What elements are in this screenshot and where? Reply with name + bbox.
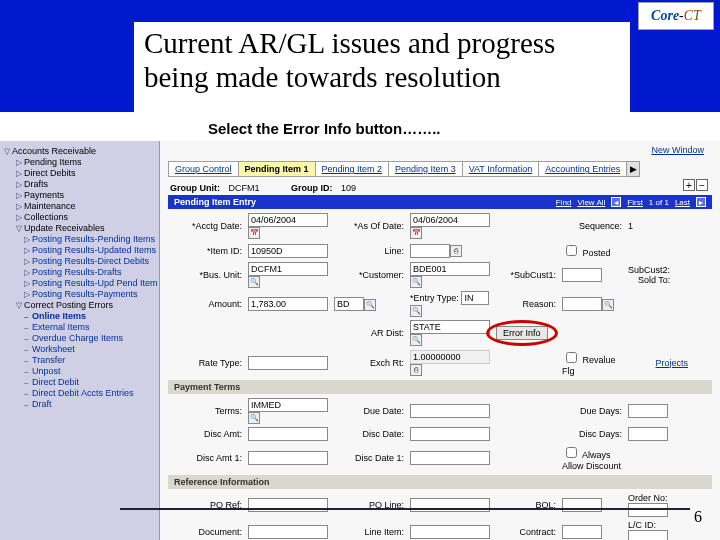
- tab-vat-information[interactable]: VAT Information: [462, 161, 540, 177]
- disc-amt-field[interactable]: [248, 427, 328, 441]
- tab-scroll-right[interactable]: ▶: [626, 161, 640, 177]
- lookup-icon[interactable]: 🔍: [410, 334, 422, 346]
- reason-label: Reason:: [496, 299, 556, 309]
- sidebar-item[interactable]: ▷Posting Results-Updated Items: [24, 245, 157, 255]
- entry-type-field[interactable]: [461, 291, 489, 305]
- lookup-icon[interactable]: 🔍: [248, 412, 260, 424]
- sidebar-item[interactable]: ▷Pending Items: [16, 157, 157, 167]
- sidebar-item[interactable]: ▷Collections: [16, 212, 157, 222]
- record-range: 1 of 1: [649, 198, 669, 207]
- terms-field[interactable]: [248, 398, 328, 412]
- sidebar-item[interactable]: ▷Posting Results-Direct Debits: [24, 256, 157, 266]
- line-field[interactable]: [410, 244, 450, 258]
- sidebar-item[interactable]: ▷Posting Results-Upd Pend Items: [24, 278, 157, 288]
- first-icon[interactable]: ◄: [611, 197, 621, 207]
- sequence-value: 1: [628, 221, 688, 231]
- tab-accounting-entries[interactable]: Accounting Entries: [538, 161, 627, 177]
- lc-id-field[interactable]: [628, 530, 668, 540]
- sidebar-item[interactable]: –Draft: [24, 399, 157, 409]
- view-all-link[interactable]: View All: [577, 198, 605, 207]
- disc-amt-label: Disc Amt:: [172, 429, 242, 439]
- error-info-button[interactable]: Error Info: [496, 326, 548, 340]
- sidebar-item[interactable]: ▷Drafts: [16, 179, 157, 189]
- bus-unit-field[interactable]: [248, 262, 328, 276]
- order-no-field[interactable]: [628, 503, 668, 517]
- sidebar-item[interactable]: –Direct Debit: [24, 377, 157, 387]
- find-link[interactable]: Find: [556, 198, 572, 207]
- sidebar-item[interactable]: ▷Posting Results-Pending Items: [24, 234, 157, 244]
- last-link[interactable]: Last: [675, 198, 690, 207]
- disc-days-field[interactable]: [628, 427, 668, 441]
- disc-date1-label: Disc Date 1:: [334, 453, 404, 463]
- sidebar-item[interactable]: ▷Posting Results-Payments: [24, 289, 157, 299]
- sidebar-item[interactable]: –External Items: [24, 322, 157, 332]
- subcust1-field[interactable]: [562, 268, 602, 282]
- lookup-icon[interactable]: 🔍: [602, 299, 614, 311]
- customer-field[interactable]: [410, 262, 490, 276]
- revalue-checkbox[interactable]: [566, 352, 577, 363]
- asof-date-field[interactable]: [410, 213, 490, 227]
- lookup-icon[interactable]: ⎙: [450, 245, 462, 257]
- lc-id-label: L/C ID:: [628, 520, 656, 530]
- lookup-icon[interactable]: 🔍: [410, 276, 422, 288]
- sidebar-item[interactable]: ▷Direct Debits: [16, 168, 157, 178]
- first-link[interactable]: First: [627, 198, 643, 207]
- page-number: 6: [694, 508, 702, 526]
- currency-field[interactable]: [334, 297, 364, 311]
- due-days-field[interactable]: [628, 404, 668, 418]
- line-item-label: Line Item:: [334, 527, 404, 537]
- lookup-icon[interactable]: 🔍: [248, 276, 260, 288]
- footer-rule: [120, 508, 690, 510]
- tab-group-control[interactable]: Group Control: [168, 161, 239, 177]
- line-item-field[interactable]: [410, 525, 490, 539]
- projects-link[interactable]: Projects: [655, 358, 688, 368]
- exch-icon[interactable]: ⎙: [410, 364, 422, 376]
- sidebar-item[interactable]: ▽Correct Posting Errors: [16, 300, 157, 310]
- contract-field[interactable]: [562, 525, 602, 539]
- entry-type-label: *Entry Type:: [410, 293, 459, 303]
- sidebar-item[interactable]: ▽Accounts Receivable: [4, 146, 157, 156]
- delete-row-button[interactable]: −: [696, 179, 708, 191]
- due-date-field[interactable]: [410, 404, 490, 418]
- sidebar-item[interactable]: –Unpost: [24, 366, 157, 376]
- sidebar-item[interactable]: ▷Maintenance: [16, 201, 157, 211]
- section-pending-item-entry: Pending Item Entry: [174, 197, 256, 207]
- document-field[interactable]: [248, 525, 328, 539]
- item-id-field[interactable]: [248, 244, 328, 258]
- disc-amt1-label: Disc Amt 1:: [172, 453, 242, 463]
- sidebar-item[interactable]: ▽Update Receivables: [16, 223, 157, 233]
- ardist-field[interactable]: [410, 320, 490, 334]
- sidebar-item[interactable]: ▷Posting Results-Drafts: [24, 267, 157, 277]
- disc-date-field[interactable]: [410, 427, 490, 441]
- ardist-label: AR Dist:: [334, 328, 404, 338]
- tab-pending-item-3[interactable]: Pending Item 3: [388, 161, 463, 177]
- sidebar-item[interactable]: –Transfer: [24, 355, 157, 365]
- main-panel: New Window Group ControlPending Item 1Pe…: [160, 141, 720, 540]
- sidebar-item[interactable]: –Online Items: [24, 311, 157, 321]
- disc-date-label: Disc Date:: [334, 429, 404, 439]
- tab-pending-item-1[interactable]: Pending Item 1: [238, 161, 316, 177]
- sidebar-item[interactable]: –Worksheet: [24, 344, 157, 354]
- tab-pending-item-2[interactable]: Pending Item 2: [315, 161, 390, 177]
- asof-date-label: *As Of Date:: [334, 221, 404, 231]
- line-label: Line:: [334, 246, 404, 256]
- add-row-button[interactable]: +: [683, 179, 695, 191]
- sidebar-item[interactable]: ▷Payments: [16, 190, 157, 200]
- rate-type-label: Rate Type:: [172, 358, 242, 368]
- last-icon[interactable]: ►: [696, 197, 706, 207]
- lookup-icon[interactable]: 🔍: [410, 305, 422, 317]
- sidebar-item[interactable]: –Direct Debit Accts Entries: [24, 388, 157, 398]
- amount-field[interactable]: [248, 297, 328, 311]
- disc-date1-field[interactable]: [410, 451, 490, 465]
- rate-type-field[interactable]: [248, 356, 328, 370]
- acctg-date-field[interactable]: [248, 213, 328, 227]
- new-window-link[interactable]: New Window: [651, 145, 704, 155]
- calendar-icon[interactable]: 📅: [410, 227, 422, 239]
- sidebar-item[interactable]: –Overdue Charge Items: [24, 333, 157, 343]
- reason-field[interactable]: [562, 297, 602, 311]
- allow-discount-checkbox[interactable]: [566, 447, 577, 458]
- lookup-icon[interactable]: 🔍: [364, 299, 376, 311]
- posted-checkbox[interactable]: [566, 245, 577, 256]
- disc-amt1-field[interactable]: [248, 451, 328, 465]
- calendar-icon[interactable]: 📅: [248, 227, 260, 239]
